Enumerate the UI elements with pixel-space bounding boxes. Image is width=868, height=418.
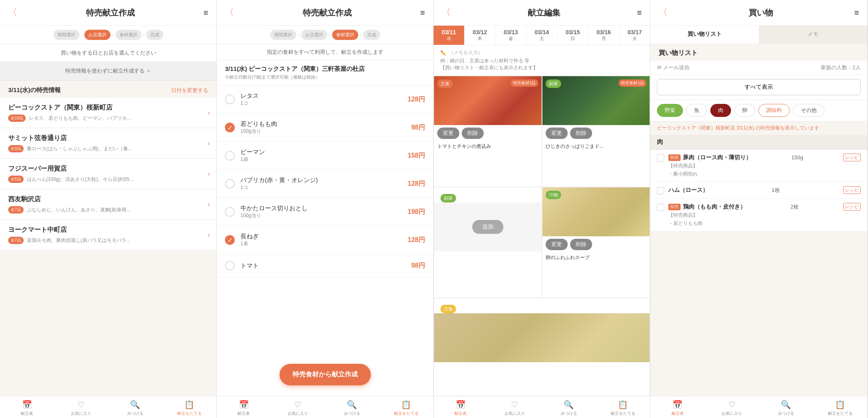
nav-menu-p4[interactable]: 📅 献立表 — [650, 400, 705, 416]
step-p2-1-label[interactable]: 期間選択 — [270, 30, 296, 40]
nav-menu-p3[interactable]: 📅 献立表 — [434, 400, 488, 416]
nav-menu-p1[interactable]: 📅 献立表 — [0, 400, 54, 416]
change-btn-1[interactable]: 変更 — [546, 128, 568, 139]
ingredient-item-3[interactable]: パプリカ(赤・黄・オレンジ) 1コ 128円 — [217, 170, 433, 198]
step-p2-2-label[interactable]: お店選択 — [301, 30, 327, 40]
menu-button-p4[interactable]: ≡ — [854, 8, 859, 18]
store-item-4[interactable]: ヨークマート中町店 全7品 若鶏モモ肉、豚肉切落し(肩バラ又はモモバラ... › — [0, 220, 216, 250]
ingredient-list: レタス 1コ 128円 ✓ 若どりもも肉 100g当り 98円 ピーマン 1袋 … — [217, 86, 433, 396]
nav-fav-p3[interactable]: ♡ お気に入り — [488, 400, 542, 416]
nav-plan-p1[interactable]: 📋 献立をたてる — [162, 400, 216, 416]
float-create-btn[interactable]: 特売食材から献立作成 — [280, 364, 371, 385]
filter-meat[interactable]: 肉 — [710, 104, 731, 117]
step-p2-4-label[interactable]: 完成 — [363, 30, 380, 40]
nav-fav-p4[interactable]: ♡ お気に入り — [705, 400, 759, 416]
step1-label[interactable]: 期間選択 — [53, 30, 79, 40]
ingredient-item-5[interactable]: ✓ 長ねぎ 1束 128円 — [217, 226, 433, 254]
ingredient-check-0[interactable] — [225, 95, 235, 104]
step-p2-3-label[interactable]: 食材選択 — [332, 30, 358, 40]
ingredient-check-4[interactable] — [225, 207, 235, 217]
checkbox-0[interactable] — [657, 154, 664, 162]
recipe-icon-1[interactable]: レシピ — [843, 186, 861, 194]
date-tab-5[interactable]: 03/16 月 — [588, 26, 619, 45]
ingredient-check-3[interactable] — [225, 179, 235, 189]
store-arrow-1: › — [208, 140, 210, 147]
memo-area[interactable]: ✏️ （メモを入力） 例：鍋の日、主菜は余った材料で作る 等 【買い物リスト・献… — [434, 45, 650, 76]
nav-plan-p4[interactable]: 📋 献立をたてる — [813, 400, 867, 416]
filter-fish[interactable]: 魚 — [686, 104, 707, 117]
recipe-icon-0[interactable]: レシピ — [843, 154, 861, 161]
nav-find-p1[interactable]: 🔍 みつける — [108, 400, 163, 416]
date-tab-6[interactable]: 03/17 火 — [619, 26, 650, 45]
show-all-btn[interactable]: すべて表示 — [657, 79, 861, 95]
change-btn-3[interactable]: 変更 — [546, 239, 568, 250]
filter-vegetable[interactable]: 野菜 — [657, 104, 683, 117]
nav-find-p3[interactable]: 🔍 みつける — [542, 400, 596, 416]
back-button-p4[interactable]: 〈 — [659, 7, 668, 19]
ingredient-price-5: 128円 — [408, 236, 425, 244]
step2-label[interactable]: お店選択 — [84, 30, 110, 40]
menu-button-p3[interactable]: ≡ — [637, 8, 642, 18]
store-name-1: サミット弦巻通り店 — [8, 134, 208, 143]
ingredient-check-2[interactable] — [225, 151, 235, 161]
ingredient-item-6[interactable]: トマト 98円 — [217, 254, 433, 277]
back-button-p2[interactable]: 〈 — [225, 7, 234, 19]
ingredient-item-1[interactable]: ✓ 若どりもも肉 100g当り 98円 — [217, 114, 433, 142]
date-tab-1[interactable]: 03/12 木 — [465, 26, 496, 45]
nav-find-p2[interactable]: 🔍 みつける — [325, 400, 379, 416]
ingredient-unit-2: 1袋 — [240, 156, 402, 163]
step4-label[interactable]: 完成 — [146, 30, 163, 40]
checkbox-1[interactable] — [657, 187, 664, 194]
ingredient-check-5[interactable]: ✓ — [225, 235, 235, 245]
store-item-1[interactable]: サミット弦巻通り店 全9品 豚ロース(ばら・しゃぶしゃぶ用)、まだい（養... … — [0, 128, 216, 158]
step3-label[interactable]: 食材選択 — [115, 30, 141, 40]
nav-find-p4[interactable]: 🔍 みつける — [759, 400, 813, 416]
menu-button-p1[interactable]: ≡ — [203, 8, 208, 18]
ingredient-check-1[interactable]: ✓ — [225, 123, 235, 132]
nav-plan-p3[interactable]: 📋 献立をたてる — [596, 400, 650, 416]
back-button-p3[interactable]: 〈 — [442, 7, 451, 19]
date-tab-2[interactable]: 03/13 金 — [496, 26, 527, 45]
item-qty-0: 150g — [791, 154, 803, 161]
item-note2-2: ・若どりもも肉 — [668, 220, 861, 227]
panel1-banner[interactable]: 特売情報を使わずに献立作成する ＞ — [0, 62, 216, 81]
menu-button-p2[interactable]: ≡ — [420, 8, 425, 18]
add-btn-2[interactable]: 追加 — [472, 220, 503, 234]
panel3-header: 〈 献立編集 ≡ — [434, 0, 650, 26]
nav-label-plan-p4: 献立をたてる — [828, 411, 853, 416]
recipe-icon-2[interactable]: レシピ — [843, 203, 861, 211]
memo-example1: 例：鍋の日、主菜は余った材料で作る 等 — [440, 57, 643, 64]
delete-btn-1[interactable]: 削除 — [570, 128, 592, 139]
steps-p2: 期間選択 › お店選択 › 食材選択 › 完成 — [217, 26, 433, 44]
nav-fav-p2[interactable]: ♡ お気に入り — [271, 400, 325, 416]
step-p2-2: お店選択 — [301, 30, 327, 40]
date-tab-4[interactable]: 03/15 日 — [557, 26, 588, 45]
back-button-p1[interactable]: 〈 — [8, 7, 17, 19]
store-item-3[interactable]: 西友駒沢店 全7品 ぶなしめじ、いんげん、あさり、真鯛(刺身用... › — [0, 189, 216, 220]
tab-memo[interactable]: メモ — [759, 26, 867, 44]
ingredient-check-6[interactable] — [225, 261, 235, 271]
store-item-2[interactable]: フジスーパー用賀店 全6品 はんぺん(100g)、活あさり(大粒)、そら豆(約5… — [0, 159, 216, 189]
filter-other[interactable]: その他 — [793, 104, 824, 117]
checkbox-2[interactable] — [657, 204, 664, 211]
date-tab-0[interactable]: 03/11 水 — [434, 26, 465, 45]
menu-cell-3: 汁物 変更 削除 卵のふわふわスープ — [542, 187, 650, 298]
filter-egg[interactable]: 卵 — [734, 104, 755, 117]
panel-store-select: 〈 特売献立作成 ≡ 期間選択 › お店選択 › 食材選択 › 完成 買い物をす… — [0, 0, 217, 418]
change-btn-0[interactable]: 変更 — [437, 128, 459, 139]
email-label[interactable]: ✉ メール送信 — [657, 64, 690, 71]
nav-menu-p2[interactable]: 📅 献立表 — [217, 400, 271, 416]
filter-seasoning[interactable]: 調味料 — [758, 104, 790, 117]
date-tab-3[interactable]: 03/14 土 — [527, 26, 557, 45]
ingredient-item-4[interactable]: 牛かたロース切りおとし 100g当り 198円 — [217, 198, 433, 226]
delete-btn-3[interactable]: 削除 — [570, 239, 592, 250]
panel1-title: 特売献立作成 — [86, 7, 135, 18]
store-item-0[interactable]: ピーコックストア（関東）桜新町店 全10品 レタス、若どりもも肉、ピーマン、パプ… — [0, 98, 216, 128]
delete-btn-0[interactable]: 削除 — [462, 128, 484, 139]
ingredient-item-2[interactable]: ピーマン 1袋 158円 — [217, 142, 433, 170]
nav-fav-p1[interactable]: ♡ お気に入り — [54, 400, 108, 416]
panel1-date-change[interactable]: 日付を変更する — [171, 87, 208, 94]
ingredient-item-0[interactable]: レタス 1コ 128円 — [217, 86, 433, 114]
tab-shopping-list[interactable]: 買い物リスト — [650, 26, 759, 44]
nav-plan-p2[interactable]: 📋 献立をたてる — [379, 400, 433, 416]
